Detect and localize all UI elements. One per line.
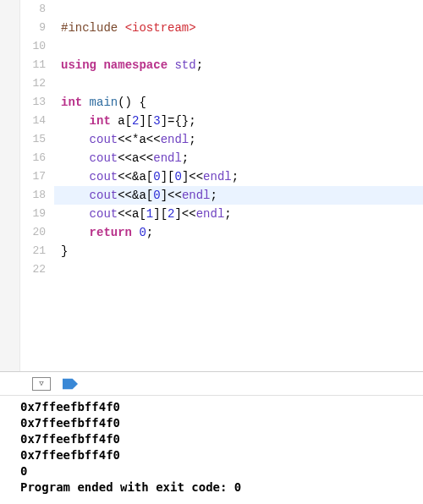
line-number: 10 (20, 37, 46, 56)
code-token: a (139, 189, 146, 202)
line-number: 9 (20, 19, 46, 37)
code-token (61, 189, 90, 202)
code-token: cout (90, 189, 118, 202)
code-token (61, 207, 90, 221)
code-line[interactable]: cout<<a<<endl; (54, 149, 423, 167)
code-token: ; (196, 58, 203, 72)
line-number: 12 (20, 74, 46, 93)
code-token: ][ (139, 114, 153, 128)
code-token: 0 (153, 170, 160, 184)
code-token: endl (153, 151, 182, 165)
code-token: cout (90, 133, 118, 146)
code-token: ; (210, 189, 217, 202)
code-token (61, 114, 90, 128)
code-token (61, 226, 90, 239)
code-token (61, 151, 90, 165)
line-number: 21 (20, 242, 46, 260)
code-token: endl (161, 133, 190, 146)
code-token: ]<< (174, 207, 195, 221)
code-token: a (118, 114, 124, 128)
code-token: cout (90, 170, 118, 184)
line-number-gutter: 8910111213141516171819202122 (20, 0, 54, 371)
line-number: 15 (20, 130, 46, 149)
line-number: 20 (20, 223, 46, 242)
code-token: ; (224, 207, 231, 221)
code-token: endl (203, 170, 232, 184)
code-token: <iostream> (125, 21, 196, 35)
code-token (61, 170, 90, 184)
code-token: [ (146, 189, 153, 202)
code-token: 1 (146, 207, 153, 221)
line-number: 19 (20, 205, 46, 223)
code-line[interactable]: int main() { (54, 93, 423, 112)
code-line[interactable] (54, 260, 423, 279)
code-editor[interactable]: #include <iostream>using namespace std;i… (54, 0, 423, 371)
code-line[interactable]: cout<<*a<<endl; (54, 130, 423, 149)
code-token: } (61, 244, 68, 258)
code-token: ; (146, 226, 153, 239)
code-token: int (61, 96, 90, 109)
line-number: 22 (20, 260, 46, 279)
code-token: using (61, 58, 103, 72)
code-token: ]<< (182, 170, 203, 184)
code-line[interactable]: #include <iostream> (54, 19, 423, 37)
line-number: 14 (20, 112, 46, 130)
code-token: << (118, 207, 132, 221)
console-line: 0x7ffeefbff4f0 (20, 431, 418, 447)
code-token: <<& (118, 189, 139, 202)
code-line[interactable]: cout<<a[1][2]<<endl; (54, 205, 423, 223)
code-line[interactable] (54, 74, 423, 93)
code-token: <<* (118, 133, 139, 146)
code-token: << (146, 133, 161, 146)
console-line: 0x7ffeefbff4f0 (20, 447, 418, 463)
console-toolbar: ▽ (0, 372, 423, 396)
code-token: int (90, 114, 118, 128)
code-line[interactable]: } (54, 242, 423, 260)
line-number: 16 (20, 149, 46, 167)
code-token: 0 (174, 170, 181, 184)
code-token: [ (146, 170, 153, 184)
line-number: 13 (20, 93, 46, 112)
editor-area: 8910111213141516171819202122 #include <i… (0, 0, 423, 371)
code-line[interactable]: cout<<&a[0]<<endl; (54, 186, 423, 205)
code-token: namespace (103, 58, 174, 72)
code-line[interactable] (54, 37, 423, 56)
line-number: 17 (20, 167, 46, 186)
tag-icon[interactable] (63, 378, 78, 390)
output-filter-dropdown[interactable]: ▽ (32, 377, 51, 391)
code-token: #include (61, 21, 125, 35)
code-token: [ (139, 207, 146, 221)
code-line[interactable]: int a[2][3]={}; (54, 112, 423, 130)
code-token: ; (189, 133, 195, 146)
code-token: 0 (153, 189, 160, 202)
code-token: endl (182, 189, 211, 202)
code-token: cout (90, 207, 118, 221)
code-token: ; (182, 151, 189, 165)
code-token: 0 (139, 226, 146, 239)
code-token: ]={}; (161, 114, 196, 128)
code-token: main (90, 96, 118, 109)
code-token: std (174, 58, 195, 72)
code-token: 3 (153, 114, 160, 128)
console-line: 0x7ffeefbff4f0 (20, 415, 418, 431)
code-token: a (139, 133, 146, 146)
code-token: a (139, 170, 146, 184)
code-token: cout (90, 151, 118, 165)
code-line[interactable]: cout<<&a[0][0]<<endl; (54, 167, 423, 186)
console-output[interactable]: 0x7ffeefbff4f00x7ffeefbff4f00x7ffeefbff4… (0, 396, 423, 504)
code-token (61, 133, 90, 146)
line-number: 8 (20, 0, 46, 19)
code-line[interactable]: using namespace std; (54, 56, 423, 74)
chevron-down-icon: ▽ (39, 379, 43, 388)
code-token: << (118, 151, 132, 165)
code-token: return (90, 226, 140, 239)
line-number: 11 (20, 56, 46, 74)
code-token: ][ (161, 170, 175, 184)
code-token: [ (125, 114, 132, 128)
breakpoint-gutter[interactable] (0, 0, 20, 371)
code-token: ; (232, 170, 239, 184)
code-token: ][ (153, 207, 168, 221)
code-line[interactable]: return 0; (54, 223, 423, 242)
console-line: 0 (20, 463, 418, 479)
code-line[interactable] (54, 0, 423, 19)
